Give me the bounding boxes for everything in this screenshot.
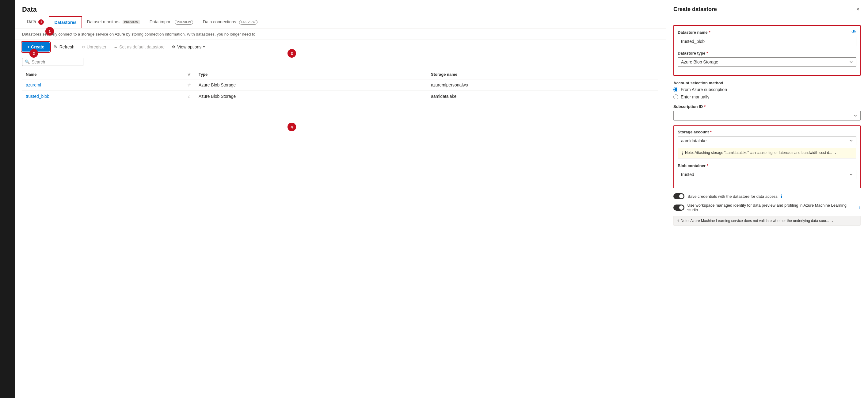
radio-azure-input[interactable]: [673, 87, 678, 92]
search-input[interactable]: [32, 60, 81, 64]
step-3-badge: 3: [287, 49, 296, 58]
tab-data-connections-badge: PREVIEW: [239, 20, 257, 25]
tab-dataset-monitors[interactable]: Dataset monitors PREVIEW: [82, 16, 145, 28]
storage-account-label: Storage account *: [678, 130, 856, 134]
bottom-note-text: Note: Azure Machine Learning service doe…: [681, 219, 829, 223]
create-datastore-panel: Create datastore × Datastore name * 👁 Da…: [666, 0, 868, 398]
info-icon-storage: ℹ: [682, 151, 683, 156]
datastore-name-field: Datastore name * 👁: [678, 29, 856, 46]
managed-identity-toggle[interactable]: [673, 205, 684, 211]
radio-group-account: From Azure subscription Enter manually: [673, 87, 861, 99]
refresh-icon: ↻: [54, 44, 58, 49]
info-icon-bottom: ℹ: [677, 219, 679, 223]
col-name: Name: [22, 70, 184, 80]
step-1-badge: 1: [45, 27, 54, 36]
tab-data[interactable]: Data 1: [22, 16, 49, 29]
account-selection-label: Account selection method: [673, 81, 861, 85]
subscription-id-field: Subscription ID *: [673, 104, 861, 121]
radio-manual[interactable]: Enter manually: [673, 94, 861, 99]
bottom-note-expand-button[interactable]: ⌄: [831, 219, 834, 223]
storage-account-field: Storage account * aamldatalake ℹ Note: A…: [678, 130, 856, 158]
storage-trusted: aamldatalake: [427, 90, 658, 102]
panel-close-button[interactable]: ×: [855, 5, 861, 14]
toolbar: + Create ↻ Refresh ⊘ Unregister ☁ Set as…: [15, 40, 666, 54]
required-indicator: *: [709, 30, 710, 35]
table-row: azureml ☆ Azure Blob Storage azuremlpers…: [22, 79, 658, 90]
bottom-note-box: ℹ Note: Azure Machine Learning service d…: [673, 216, 861, 226]
unregister-icon: ⊘: [82, 45, 85, 49]
search-icon: 🔍: [25, 60, 30, 64]
tabs-nav: Data 1 Datastores Dataset monitors PREVI…: [15, 16, 666, 29]
storage-azureml: azuremlpersonalws: [427, 79, 658, 90]
datastore-type-label: Datastore type *: [678, 51, 856, 56]
tab-dataset-monitors-badge: PREVIEW: [123, 20, 140, 24]
tab-data-import[interactable]: Data import PREVIEW: [145, 16, 198, 28]
type-azureml: Azure Blob Storage: [195, 79, 427, 90]
datastore-name-input[interactable]: [678, 37, 856, 46]
col-type: Type: [195, 70, 427, 80]
save-credentials-label: Save credentials with the datastore for …: [687, 194, 778, 199]
storage-note-text: Note: Attaching storage "aamldatalake" c…: [685, 151, 832, 155]
search-box[interactable]: 🔍: [22, 58, 83, 66]
panel-header: Create datastore ×: [666, 0, 868, 19]
required-sub: *: [704, 104, 706, 109]
chevron-down-icon: ▾: [203, 45, 205, 49]
refresh-button[interactable]: ↻ Refresh: [51, 42, 78, 51]
table-row: trusted_blob ☆ Azure Blob Storage aamlda…: [22, 90, 658, 102]
description-text: Datastores securely connect to a storage…: [15, 29, 666, 40]
eye-icon-button[interactable]: 👁: [851, 29, 856, 35]
save-credentials-toggle[interactable]: [673, 193, 684, 199]
required-storage: *: [710, 130, 712, 134]
managed-identity-row: Use workspace managed identity for data …: [673, 203, 861, 212]
blob-container-select[interactable]: trusted: [678, 170, 856, 179]
page-title: Data: [15, 0, 666, 16]
view-options-icon: ⚙: [172, 45, 175, 49]
radio-azure-subscription[interactable]: From Azure subscription: [673, 87, 861, 92]
star-azureml[interactable]: ☆: [184, 79, 195, 90]
tab-data-connections[interactable]: Data connections PREVIEW: [198, 16, 262, 28]
set-default-button[interactable]: ☁ Set as default datastore: [111, 42, 168, 51]
step-2-badge: 2: [29, 49, 38, 58]
set-default-icon: ☁: [114, 45, 117, 49]
table-area: 🔍 Name ★ Type Storage name azureml ☆: [15, 54, 666, 398]
col-storage: Storage name: [427, 70, 658, 80]
section-name-type: Datastore name * 👁 Datastore type * Azur…: [673, 25, 861, 76]
datastore-type-field: Datastore type * Azure Blob Storage: [678, 51, 856, 66]
datastore-link-azureml[interactable]: azureml: [26, 83, 41, 87]
panel-body: Datastore name * 👁 Datastore type * Azur…: [666, 19, 868, 398]
unregister-button[interactable]: ⊘ Unregister: [79, 42, 110, 51]
tab-data-import-badge: PREVIEW: [175, 20, 193, 25]
required-type: *: [707, 51, 708, 56]
tab-data-badge: 1: [38, 19, 44, 25]
note-expand-button[interactable]: ⌄: [834, 151, 837, 155]
save-credentials-row: Save credentials with the datastore for …: [673, 193, 861, 199]
datastore-link-trusted[interactable]: trusted_blob: [26, 94, 49, 99]
sidebar: [0, 0, 15, 398]
view-options-button[interactable]: ⚙ View options ▾: [169, 42, 208, 51]
account-selection-field: Account selection method From Azure subs…: [673, 81, 861, 99]
panel-title: Create datastore: [673, 6, 717, 12]
star-trusted[interactable]: ☆: [184, 90, 195, 102]
blob-container-label: Blob container *: [678, 163, 856, 168]
blob-container-field: Blob container * trusted: [678, 163, 856, 179]
subscription-id-label: Subscription ID *: [673, 104, 861, 109]
save-credentials-info-button[interactable]: ℹ: [781, 194, 782, 199]
save-credentials-slider: [673, 193, 684, 199]
subscription-id-select[interactable]: [673, 111, 861, 121]
datastore-table: Name ★ Type Storage name azureml ☆ Azure…: [22, 70, 658, 102]
managed-identity-info-button[interactable]: ℹ: [859, 205, 861, 210]
datastore-name-label: Datastore name * 👁: [678, 29, 856, 35]
type-trusted: Azure Blob Storage: [195, 90, 427, 102]
storage-account-select[interactable]: aamldatalake: [678, 136, 856, 145]
radio-manual-input[interactable]: [673, 94, 678, 99]
step-4-badge: 4: [287, 123, 296, 131]
tab-datastores[interactable]: Datastores: [49, 16, 82, 28]
section-storage: Storage account * aamldatalake ℹ Note: A…: [673, 125, 861, 188]
managed-identity-slider: [673, 205, 684, 211]
required-blob: *: [707, 163, 708, 168]
col-star: ★: [184, 70, 195, 80]
storage-note-box: ℹ Note: Attaching storage "aamldatalake"…: [678, 148, 856, 158]
managed-identity-label: Use workspace managed identity for data …: [687, 203, 856, 212]
datastore-type-select[interactable]: Azure Blob Storage: [678, 57, 856, 66]
